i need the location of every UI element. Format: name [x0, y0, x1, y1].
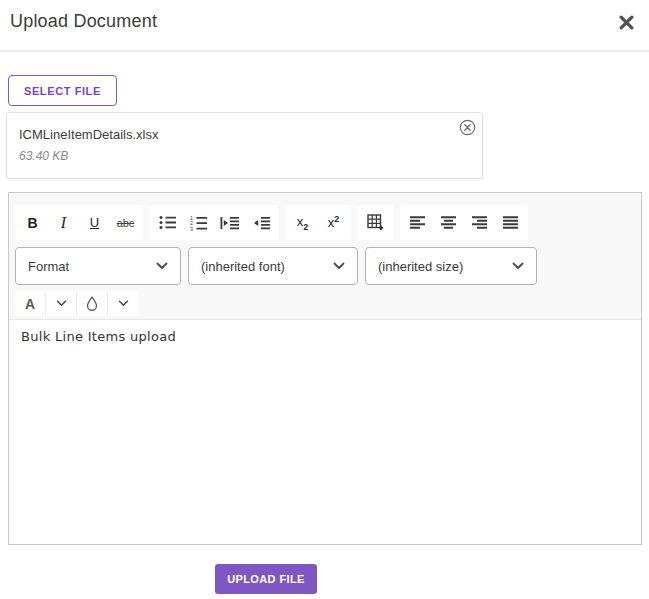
text-color-button[interactable]: A — [15, 291, 46, 316]
header-divider — [0, 50, 649, 52]
align-right-button[interactable] — [464, 207, 495, 238]
dialog-title: Upload Document — [10, 11, 157, 32]
basic-styles-group: B I U abc — [15, 205, 143, 240]
align-right-icon — [472, 216, 488, 229]
font-dropdown-label: (inherited font) — [201, 259, 285, 274]
outdent-button[interactable] — [245, 207, 276, 238]
text-color-icon: A — [25, 296, 35, 312]
table-group — [358, 205, 393, 240]
chevron-down-icon — [56, 300, 67, 307]
bullet-list-icon — [159, 215, 177, 230]
format-dropdown[interactable]: Format — [15, 247, 181, 285]
file-size: 63.40 KB — [19, 149, 68, 163]
upload-file-button[interactable]: UPLOAD FILE — [215, 564, 317, 594]
text-color-dropdown[interactable] — [46, 291, 77, 316]
droplet-icon — [86, 296, 98, 311]
italic-icon: I — [61, 214, 66, 232]
bold-button[interactable]: B — [17, 207, 48, 238]
bullet-list-button[interactable] — [152, 207, 183, 238]
select-file-button[interactable]: SELECT FILE — [8, 75, 117, 106]
editor-toolbar: B I U abc — [9, 193, 641, 320]
bold-icon: B — [27, 215, 37, 231]
align-left-button[interactable] — [402, 207, 433, 238]
chevron-down-icon — [118, 300, 129, 307]
background-color-dropdown[interactable] — [108, 291, 139, 316]
size-dropdown[interactable]: (inherited size) — [365, 247, 537, 285]
numbered-list-icon: 1 2 3 — [190, 215, 208, 231]
file-name: ICMLineItemDetails.xlsx — [19, 127, 158, 142]
strikethrough-icon: abc — [117, 217, 135, 229]
subscript-icon: x2 — [297, 214, 309, 232]
numbered-list-button[interactable]: 1 2 3 — [183, 207, 214, 238]
editor-content-text: Bulk Line Items upload — [21, 329, 629, 344]
justify-icon — [503, 216, 519, 229]
color-controls-group: A — [15, 291, 139, 316]
align-center-icon — [441, 216, 457, 229]
indent-button[interactable] — [214, 207, 245, 238]
format-dropdown-label: Format — [28, 259, 69, 274]
underline-icon: U — [90, 215, 99, 230]
align-left-icon — [410, 216, 426, 229]
svg-text:3: 3 — [190, 225, 193, 230]
upload-document-dialog: Upload Document SELECT FILE ICMLineItemD… — [0, 0, 649, 599]
editor-content-area[interactable]: Bulk Line Items upload — [9, 320, 641, 544]
strikethrough-button[interactable]: abc — [110, 207, 141, 238]
remove-file-icon[interactable] — [459, 119, 476, 136]
subscript-button[interactable]: x2 — [287, 207, 318, 238]
font-dropdown[interactable]: (inherited font) — [188, 247, 358, 285]
justify-button[interactable] — [495, 207, 526, 238]
close-icon[interactable] — [617, 13, 635, 31]
list-indent-group: 1 2 3 — [150, 205, 278, 240]
superscript-button[interactable]: x2 — [318, 207, 349, 238]
indent-icon — [220, 216, 240, 230]
insert-table-button[interactable] — [360, 207, 391, 238]
align-center-button[interactable] — [433, 207, 464, 238]
script-group: x2 x2 — [285, 205, 351, 240]
outdent-icon — [251, 216, 271, 230]
underline-button[interactable]: U — [79, 207, 110, 238]
insert-table-icon — [367, 214, 384, 231]
size-dropdown-label: (inherited size) — [378, 259, 463, 274]
chevron-down-icon — [333, 262, 345, 270]
chevron-down-icon — [156, 262, 168, 270]
background-color-button[interactable] — [77, 291, 108, 316]
alignment-group — [400, 205, 528, 240]
superscript-icon: x2 — [328, 214, 340, 230]
italic-button[interactable]: I — [48, 207, 79, 238]
uploaded-file-card: ICMLineItemDetails.xlsx 63.40 KB — [6, 112, 483, 179]
chevron-down-icon — [512, 262, 524, 270]
rich-text-editor: B I U abc — [8, 192, 642, 545]
